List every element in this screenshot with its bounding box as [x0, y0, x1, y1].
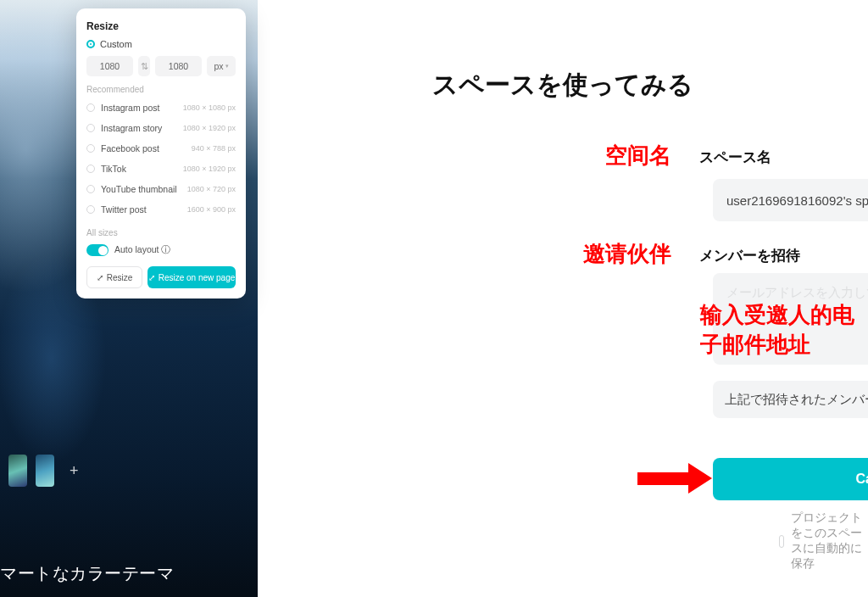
auto-layout-toggle[interactable] [86, 244, 108, 256]
preset-item[interactable]: Instagram post1080 × 1080 px [86, 98, 236, 118]
radio-icon [86, 124, 95, 132]
email-placeholder: メールアドレスを入力してください [726, 285, 868, 301]
resize-button[interactable]: ⤢Resize [86, 266, 142, 288]
auto-save-label: プロジェクトをこのスペースに自動的に保存 [791, 511, 868, 572]
auto-layout-label: Auto layout ⓘ [114, 244, 170, 256]
space-name-input[interactable]: user2169691816092's space [713, 179, 868, 221]
section-recommended: Recommended [86, 85, 236, 94]
right-panel: スペースを使ってみる 空间名 スペース名 user2169691816092's… [258, 0, 868, 597]
invited-members-dropdown[interactable]: 上記で招待されたメンバーは次のとおりです： ⌄ [713, 381, 868, 418]
annotation-enter-email: 输入受邀人的电子邮件地址 [700, 300, 868, 360]
auto-save-row: プロジェクトをこのスペースに自動的に保存 [779, 511, 868, 572]
resize-new-page-button[interactable]: ⤢Resize on new page [147, 266, 236, 288]
theme-caption: マートなカラーテーマ [0, 562, 174, 585]
width-input[interactable]: 1080 [86, 56, 133, 76]
custom-option[interactable]: Custom [86, 39, 236, 49]
radio-icon [86, 144, 95, 153]
add-theme-button[interactable]: + [70, 462, 79, 480]
preset-item[interactable]: Instagram story1080 × 1920 px [86, 118, 236, 138]
theme-thumbnail[interactable] [8, 455, 27, 487]
radio-icon [86, 165, 95, 173]
radio-icon [86, 185, 95, 193]
resize-card: Resize Custom 1080 ⇅ 1080 px▾ Recommende… [76, 8, 246, 298]
left-panel: Resize Custom 1080 ⇅ 1080 px▾ Recommende… [0, 0, 258, 597]
preset-list: Instagram post1080 × 1080 px Instagram s… [86, 98, 236, 220]
link-dimensions-icon[interactable]: ⇅ [138, 56, 150, 76]
preset-item[interactable]: TikTok1080 × 1920 px [86, 159, 236, 179]
page-title: スペースを使ってみる [258, 68, 868, 103]
resize-title: Resize [86, 20, 236, 32]
section-all-sizes: All sizes [86, 228, 236, 237]
custom-label: Custom [100, 39, 132, 49]
annotation-invite: 邀请伙伴 [583, 239, 671, 269]
height-input[interactable]: 1080 [155, 56, 202, 76]
radio-selected-icon [86, 40, 95, 48]
label-invite: メンバーを招待 [699, 246, 800, 265]
preset-item[interactable]: Twitter post1600 × 900 px [86, 199, 236, 220]
resize-icon: ⤢ [97, 273, 103, 282]
label-space-name: スペース名 [699, 148, 771, 167]
unit-select[interactable]: px▾ [207, 56, 236, 76]
radio-icon [86, 103, 95, 112]
preset-item[interactable]: Facebook post940 × 788 px [86, 138, 236, 159]
auto-save-checkbox[interactable] [779, 535, 784, 548]
theme-thumbnail[interactable] [36, 455, 54, 487]
thumbnail-row: + [8, 455, 79, 487]
annotation-space-name: 空间名 [605, 141, 671, 170]
radio-icon [86, 205, 95, 214]
preset-item[interactable]: YouTube thumbnail1080 × 720 px [86, 179, 236, 199]
resize-icon: ⤢ [148, 273, 155, 282]
annotation-arrow [637, 463, 715, 494]
launch-capcut-button[interactable]: CapCutを起動 [713, 458, 868, 500]
